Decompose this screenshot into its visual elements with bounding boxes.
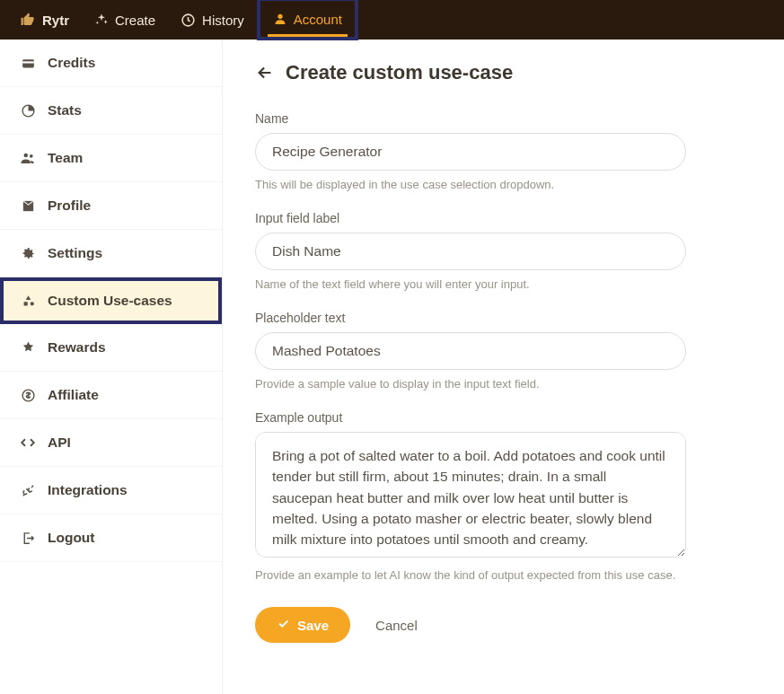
example-output-textarea[interactable] bbox=[255, 432, 686, 558]
sidebar-item-label: Rewards bbox=[48, 339, 106, 356]
sidebar-item-rewards[interactable]: Rewards bbox=[0, 324, 222, 372]
sidebar-item-label: Team bbox=[48, 150, 83, 166]
sidebar-item-profile[interactable]: Profile bbox=[0, 182, 222, 230]
person-icon bbox=[273, 12, 287, 26]
field-input-label: Input field label Name of the text field… bbox=[255, 211, 752, 291]
field-name: Name This will be displayed in the use c… bbox=[255, 111, 752, 191]
history-icon bbox=[181, 13, 196, 28]
integrations-icon bbox=[20, 483, 36, 498]
check-icon bbox=[277, 617, 290, 633]
field-hint: Provide a sample value to display in the… bbox=[255, 377, 752, 391]
page-title: Create custom use-case bbox=[286, 61, 513, 84]
sidebar: Credits Stats Team Profile Settings Cust… bbox=[0, 40, 223, 694]
input-label-input[interactable] bbox=[255, 233, 686, 270]
sidebar-item-integrations[interactable]: Integrations bbox=[0, 467, 222, 514]
sidebar-item-label: Stats bbox=[48, 102, 82, 119]
field-label: Placeholder text bbox=[255, 311, 752, 325]
sidebar-item-logout[interactable]: Logout bbox=[0, 514, 222, 562]
sidebar-item-label: Settings bbox=[48, 245, 102, 261]
sidebar-item-api[interactable]: API bbox=[0, 419, 222, 467]
sparkle-icon bbox=[94, 13, 109, 27]
cancel-button-label: Cancel bbox=[375, 618, 418, 633]
svg-rect-2 bbox=[22, 59, 34, 67]
back-button[interactable] bbox=[255, 63, 275, 83]
sidebar-item-custom-use-cases[interactable]: Custom Use-cases bbox=[0, 277, 222, 324]
field-example-output: Example output Provide an example to let… bbox=[255, 410, 752, 582]
save-button[interactable]: Save bbox=[255, 607, 350, 643]
field-label: Example output bbox=[255, 410, 752, 425]
nav-label: Create bbox=[115, 13, 155, 28]
dollar-icon bbox=[20, 388, 36, 403]
field-hint: Provide an example to let AI know the ki… bbox=[255, 568, 752, 582]
thumbs-up-icon bbox=[20, 12, 36, 28]
sidebar-item-stats[interactable]: Stats bbox=[0, 87, 222, 135]
form-actions: Save Cancel bbox=[255, 607, 752, 643]
code-icon bbox=[20, 435, 36, 451]
nav-label: Account bbox=[294, 12, 342, 27]
svg-point-1 bbox=[277, 14, 282, 19]
gear-icon bbox=[20, 245, 36, 261]
sidebar-item-label: Logout bbox=[48, 530, 95, 546]
brand[interactable]: Rytr bbox=[7, 0, 82, 40]
rewards-icon bbox=[20, 340, 36, 356]
field-placeholder: Placeholder text Provide a sample value … bbox=[255, 311, 752, 391]
field-hint: This will be displayed in the use case s… bbox=[255, 178, 752, 191]
credits-icon bbox=[20, 56, 36, 71]
placeholder-input[interactable] bbox=[255, 332, 686, 370]
brand-label: Rytr bbox=[42, 13, 69, 28]
logout-icon bbox=[20, 531, 36, 546]
sidebar-item-team[interactable]: Team bbox=[0, 135, 222, 182]
field-label: Name bbox=[255, 111, 752, 126]
shapes-icon bbox=[20, 294, 36, 309]
topbar: Rytr Create History Account bbox=[0, 0, 784, 40]
page-header: Create custom use-case bbox=[255, 61, 752, 84]
sidebar-item-settings[interactable]: Settings bbox=[0, 230, 222, 277]
sidebar-item-label: Integrations bbox=[48, 482, 128, 498]
nav-create[interactable]: Create bbox=[82, 0, 168, 40]
field-label: Input field label bbox=[255, 211, 752, 225]
svg-point-4 bbox=[24, 154, 29, 158]
save-button-label: Save bbox=[297, 618, 329, 633]
sidebar-item-credits[interactable]: Credits bbox=[0, 40, 222, 87]
name-input[interactable] bbox=[255, 133, 686, 171]
nav-label: History bbox=[202, 13, 244, 28]
team-icon bbox=[20, 150, 36, 166]
field-hint: Name of the text field where you will en… bbox=[255, 277, 752, 291]
profile-icon bbox=[20, 198, 36, 214]
nav-history[interactable]: History bbox=[168, 0, 257, 40]
sidebar-item-label: Affiliate bbox=[48, 387, 99, 403]
main-content: Create custom use-case Name This will be… bbox=[223, 40, 784, 694]
sidebar-item-label: Credits bbox=[48, 55, 95, 71]
stats-icon bbox=[20, 103, 36, 119]
sidebar-item-affiliate[interactable]: Affiliate bbox=[0, 372, 222, 419]
svg-point-5 bbox=[30, 154, 33, 158]
svg-rect-3 bbox=[22, 61, 34, 63]
sidebar-item-label: Custom Use-cases bbox=[48, 293, 172, 309]
sidebar-item-label: Profile bbox=[48, 198, 91, 214]
nav-account[interactable]: Account bbox=[257, 0, 358, 40]
sidebar-item-label: API bbox=[48, 435, 71, 451]
cancel-button[interactable]: Cancel bbox=[375, 618, 418, 633]
